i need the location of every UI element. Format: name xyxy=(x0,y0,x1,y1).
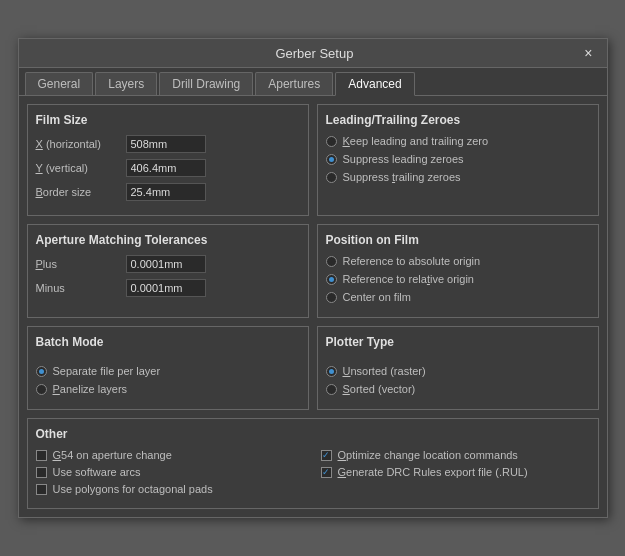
aperture-title: Aperture Matching Tolerances xyxy=(36,233,300,247)
radio-suppress-trailing-label: Suppress trailing zeroes xyxy=(343,171,461,183)
cb-polygons[interactable]: Use polygons for octagonal pads xyxy=(36,483,305,495)
leading-trailing-option-2[interactable]: Suppress trailing zeroes xyxy=(326,171,590,183)
gerber-setup-dialog: Gerber Setup × General Layers Drill Draw… xyxy=(18,38,608,518)
y-field-row: Y (vertical) xyxy=(36,159,300,177)
aperture-panel: Aperture Matching Tolerances Plus Minus xyxy=(27,224,309,318)
radio-keep-leading-label: Keep leading and trailing zero xyxy=(343,135,489,147)
checkbox-generate-drc[interactable] xyxy=(321,467,332,478)
x-input[interactable] xyxy=(126,135,206,153)
checkbox-software-arcs[interactable] xyxy=(36,467,47,478)
tab-advanced[interactable]: Advanced xyxy=(335,72,414,96)
tab-general[interactable]: General xyxy=(25,72,94,95)
minus-input[interactable] xyxy=(126,279,206,297)
leading-trailing-title: Leading/Trailing Zeroes xyxy=(326,113,590,127)
other-inner: G54 on aperture change Use software arcs… xyxy=(36,449,590,500)
cb-software-arcs-label: Use software arcs xyxy=(53,466,141,478)
position-option-0[interactable]: Reference to absolute origin xyxy=(326,255,590,267)
checkbox-polygons[interactable] xyxy=(36,484,47,495)
x-label: X (horizontal) xyxy=(36,138,126,150)
radio-suppress-leading[interactable] xyxy=(326,154,337,165)
other-panel: Other G54 on aperture change Use softwar… xyxy=(27,418,599,509)
x-field-row: X (horizontal) xyxy=(36,135,300,153)
position-title: Position on Film xyxy=(326,233,590,247)
checkbox-optimize[interactable] xyxy=(321,450,332,461)
position-option-2[interactable]: Center on film xyxy=(326,291,590,303)
film-size-panel: Film Size X (horizontal) Y (vertical) Bo… xyxy=(27,104,309,216)
radio-separate[interactable] xyxy=(36,366,47,377)
dialog-title: Gerber Setup xyxy=(49,46,581,61)
border-input[interactable] xyxy=(126,183,206,201)
radio-sorted-label: Sorted (vector) xyxy=(343,383,416,395)
radio-unsorted[interactable] xyxy=(326,366,337,377)
cb-software-arcs[interactable]: Use software arcs xyxy=(36,466,305,478)
checkbox-g54[interactable] xyxy=(36,450,47,461)
minus-label: Minus xyxy=(36,282,126,294)
other-title: Other xyxy=(36,427,590,441)
radio-relative[interactable] xyxy=(326,274,337,285)
radio-relative-label: Reference to relative origin xyxy=(343,273,474,285)
plus-field-row: Plus xyxy=(36,255,300,273)
radio-absolute[interactable] xyxy=(326,256,337,267)
plus-input[interactable] xyxy=(126,255,206,273)
plotter-option-1[interactable]: Sorted (vector) xyxy=(326,383,590,395)
title-bar: Gerber Setup × xyxy=(19,39,607,68)
radio-absolute-label: Reference to absolute origin xyxy=(343,255,481,267)
other-right: Optimize change location commands Genera… xyxy=(321,449,590,500)
border-label: Border size xyxy=(36,186,126,198)
cb-generate-drc[interactable]: Generate DRC Rules export file (.RUL) xyxy=(321,466,590,478)
batch-option-1[interactable]: Panelize layers xyxy=(36,383,300,395)
tab-bar: General Layers Drill Drawing Apertures A… xyxy=(19,68,607,96)
y-input[interactable] xyxy=(126,159,206,177)
tab-apertures[interactable]: Apertures xyxy=(255,72,333,95)
tab-layers[interactable]: Layers xyxy=(95,72,157,95)
leading-trailing-option-0[interactable]: Keep leading and trailing zero xyxy=(326,135,590,147)
position-panel: Position on Film Reference to absolute o… xyxy=(317,224,599,318)
border-field-row: Border size xyxy=(36,183,300,201)
plotter-type-title: Plotter Type xyxy=(326,335,590,349)
radio-center[interactable] xyxy=(326,292,337,303)
radio-panelize-label: Panelize layers xyxy=(53,383,128,395)
radio-suppress-trailing[interactable] xyxy=(326,172,337,183)
radio-unsorted-label: Unsorted (raster) xyxy=(343,365,426,377)
cb-generate-drc-label: Generate DRC Rules export file (.RUL) xyxy=(338,466,528,478)
cb-g54[interactable]: G54 on aperture change xyxy=(36,449,305,461)
radio-center-label: Center on film xyxy=(343,291,411,303)
leading-trailing-option-1[interactable]: Suppress leading zeroes xyxy=(326,153,590,165)
plotter-option-0[interactable]: Unsorted (raster) xyxy=(326,365,590,377)
radio-panelize[interactable] xyxy=(36,384,47,395)
cb-g54-label: G54 on aperture change xyxy=(53,449,172,461)
radio-separate-label: Separate file per layer xyxy=(53,365,161,377)
batch-option-0[interactable]: Separate file per layer xyxy=(36,365,300,377)
position-option-1[interactable]: Reference to relative origin xyxy=(326,273,590,285)
other-left: G54 on aperture change Use software arcs… xyxy=(36,449,305,500)
plotter-type-panel: Plotter Type Unsorted (raster) Sorted (v… xyxy=(317,326,599,410)
y-label: Y (vertical) xyxy=(36,162,126,174)
leading-trailing-panel: Leading/Trailing Zeroes Keep leading and… xyxy=(317,104,599,216)
cb-polygons-label: Use polygons for octagonal pads xyxy=(53,483,213,495)
batch-mode-panel: Batch Mode Separate file per layer Panel… xyxy=(27,326,309,410)
film-size-title: Film Size xyxy=(36,113,300,127)
tab-drill-drawing[interactable]: Drill Drawing xyxy=(159,72,253,95)
cb-optimize-label: Optimize change location commands xyxy=(338,449,518,461)
content-area: Film Size X (horizontal) Y (vertical) Bo… xyxy=(19,96,607,517)
close-button[interactable]: × xyxy=(580,45,596,61)
cb-optimize[interactable]: Optimize change location commands xyxy=(321,449,590,461)
radio-sorted[interactable] xyxy=(326,384,337,395)
plus-label: Plus xyxy=(36,258,126,270)
radio-suppress-leading-label: Suppress leading zeroes xyxy=(343,153,464,165)
minus-field-row: Minus xyxy=(36,279,300,297)
radio-keep-leading[interactable] xyxy=(326,136,337,147)
batch-mode-title: Batch Mode xyxy=(36,335,300,349)
